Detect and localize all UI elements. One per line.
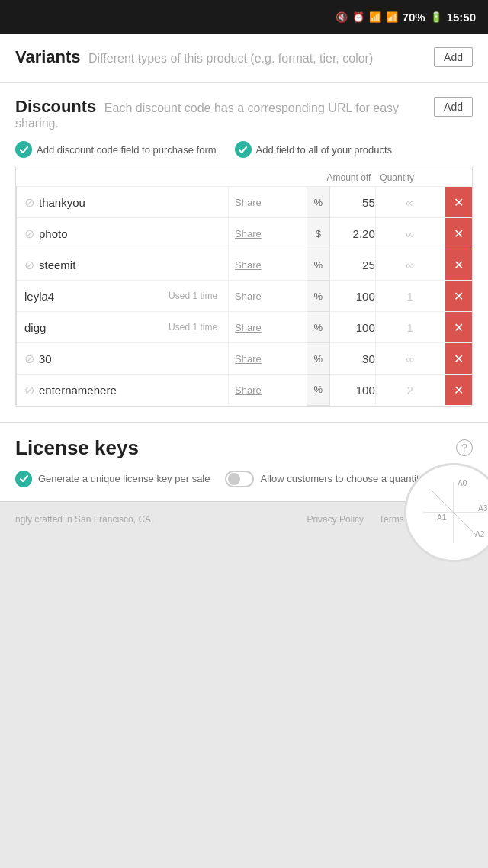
table-row: leyla4Used 1 timeShare%1001✕ [17, 281, 473, 312]
discounts-add-button[interactable]: Add [434, 97, 473, 117]
th-amount-off: Amount off [307, 169, 375, 187]
license-check-icon [19, 474, 29, 484]
variants-section: Variants Different types of this product… [0, 34, 488, 83]
license-option-1[interactable]: Generate a unique license key per sale [15, 471, 210, 487]
license-options: Generate a unique license key per sale A… [15, 471, 473, 487]
share-link[interactable]: Share [229, 222, 268, 246]
discount-used-label: Used 1 time [169, 291, 217, 301]
discount-code-name: enternamehere [39, 384, 222, 397]
discount-amount: 100 [329, 281, 375, 312]
mute-icon: 🔇 [336, 11, 348, 23]
discount-icon: ⊘ [24, 352, 34, 366]
toggle-knob [228, 473, 240, 485]
discount-symbol: $ [307, 218, 329, 249]
delete-cell[interactable]: ✕ [445, 218, 472, 249]
discount-code-name: digg [24, 321, 164, 334]
discount-amount: 55 [329, 187, 375, 218]
help-icon[interactable]: ? [456, 439, 473, 456]
share-link[interactable]: Share [229, 378, 268, 402]
privacy-policy-link[interactable]: Privacy Policy [307, 514, 364, 525]
license-option-2-label: Allow customers to choose a quantity [260, 473, 424, 484]
discount-used-label: Used 1 time [169, 322, 217, 333]
delete-button[interactable]: ✕ [445, 281, 473, 311]
discount-symbol: % [307, 312, 329, 343]
table-row: ⊘30Share%30∞✕ [17, 343, 473, 375]
delete-button[interactable]: ✕ [445, 249, 473, 280]
check-icon-1 [19, 145, 29, 155]
delete-cell[interactable]: ✕ [445, 281, 472, 312]
th-delete [445, 169, 472, 187]
discount-quantity: ∞ [375, 187, 445, 218]
footer-left-text: ngly crafted in San Francisco, CA. [15, 514, 153, 525]
license-header: License keys ? [15, 436, 473, 460]
discount-amount: 100 [329, 375, 375, 406]
status-icons: 🔇 ⏰ 📶 📶 70% 🔋 15:50 [336, 11, 476, 24]
delete-button[interactable]: ✕ [445, 187, 473, 217]
svg-text:A2: A2 [475, 530, 485, 538]
checkbox-item-1[interactable]: Add discount code field to purchase form [15, 141, 217, 158]
license-title: License keys [15, 436, 139, 460]
license-option-2[interactable]: Allow customers to choose a quantity [225, 471, 424, 487]
discount-code-name: leyla4 [24, 290, 164, 303]
delete-button[interactable]: ✕ [445, 343, 473, 374]
discount-quantity: 2 [375, 375, 445, 406]
discount-quantity: 1 [375, 312, 445, 343]
delete-cell[interactable]: ✕ [445, 375, 472, 406]
discount-code-name: thankyou [39, 196, 222, 209]
discount-amount: 2.20 [329, 218, 375, 249]
table-row: ⊘thankyouShare%55∞✕ [17, 187, 473, 218]
checkbox-item-2[interactable]: Add field to all of your products [235, 141, 393, 158]
empty-area [0, 537, 488, 804]
delete-cell[interactable]: ✕ [445, 312, 472, 343]
main-content: Variants Different types of this product… [0, 34, 488, 501]
variants-title: Variants [15, 47, 81, 66]
battery-text: 70% [403, 11, 425, 24]
help-text: ? [461, 442, 467, 454]
share-link[interactable]: Share [229, 347, 268, 371]
discount-amount: 30 [329, 343, 375, 375]
discount-icon: ⊘ [24, 383, 34, 397]
delete-button[interactable]: ✕ [445, 312, 473, 342]
variants-text-block: Variants Different types of this product… [15, 47, 426, 67]
share-link[interactable]: Share [229, 191, 268, 214]
table-row: diggUsed 1 timeShare%1001✕ [17, 312, 473, 343]
variants-add-button[interactable]: Add [434, 47, 473, 67]
delete-cell[interactable]: ✕ [445, 249, 472, 281]
svg-text:A1: A1 [437, 513, 447, 522]
discounts-table-wrapper: Amount off Quantity ⊘thankyouShare%55∞✕⊘… [15, 166, 473, 407]
discounts-title-text: Discounts Each discount code has a corre… [15, 97, 426, 130]
share-link[interactable]: Share [229, 316, 268, 339]
signal-icon: 📶 [386, 11, 398, 23]
delete-button[interactable]: ✕ [445, 375, 473, 405]
discount-symbol: % [307, 375, 329, 406]
discount-amount: 100 [329, 312, 375, 343]
discount-symbol: % [307, 343, 329, 375]
discount-icon: ⊘ [24, 227, 34, 241]
discount-symbol: % [307, 187, 329, 218]
table-header-row: Amount off Quantity [17, 169, 473, 187]
discount-amount: 25 [329, 249, 375, 281]
magnifier-svg: A0 A3 A1 A2 [416, 474, 488, 551]
discount-code-name: steemit [39, 259, 222, 272]
discount-symbol: % [307, 249, 329, 281]
share-link[interactable]: Share [229, 285, 268, 308]
alarm-icon: ⏰ [352, 11, 364, 23]
checkbox-row: Add discount code field to purchase form… [15, 141, 473, 158]
delete-cell[interactable]: ✕ [445, 343, 472, 375]
variants-subtitle: Different types of this product (e.g. fo… [88, 52, 373, 65]
check-icon-2 [238, 145, 248, 155]
delete-cell[interactable]: ✕ [445, 187, 472, 218]
license-check-circle [15, 471, 32, 487]
table-row: ⊘photoShare$2.20∞✕ [17, 218, 473, 249]
check-circle-1 [15, 141, 32, 158]
license-toggle[interactable] [225, 471, 254, 487]
discount-quantity: 1 [375, 281, 445, 312]
table-row: ⊘steemitShare%25∞✕ [17, 249, 473, 281]
delete-button[interactable]: ✕ [445, 218, 473, 249]
discounts-table: Amount off Quantity ⊘thankyouShare%55∞✕⊘… [16, 169, 472, 406]
discount-quantity: ∞ [375, 343, 445, 375]
discount-icon: ⊘ [24, 258, 34, 272]
discount-code-name: photo [39, 227, 222, 240]
discount-quantity: ∞ [375, 249, 445, 281]
share-link[interactable]: Share [229, 253, 268, 277]
